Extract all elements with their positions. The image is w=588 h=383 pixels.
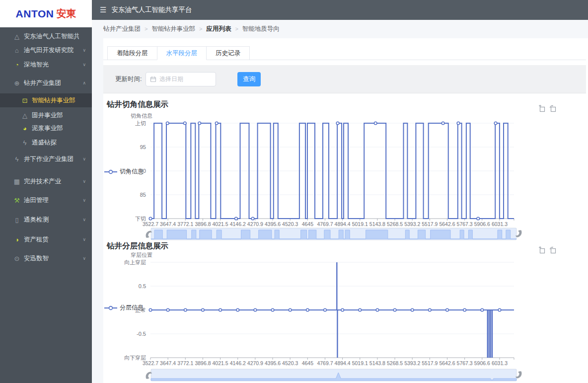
sidebar-item-11[interactable]: ▯通奥检测∨ (0, 213, 92, 227)
data-point-marker (289, 308, 292, 311)
monitor-icon: ⊡ (21, 97, 29, 104)
breadcrumb-item-0[interactable]: 钻井产业集团 (103, 25, 141, 32)
zoom-restore-icon[interactable] (549, 105, 557, 112)
x-axis-label: 4021.5 (213, 360, 228, 366)
x-axis-label: 4146.2 (230, 360, 246, 366)
data-point-marker (198, 122, 201, 125)
x-axis-label: 5393.2 (404, 221, 420, 227)
query-button[interactable]: 查询 (237, 72, 261, 86)
x-axis-label: 5767.3 (457, 221, 473, 227)
data-point-marker (324, 308, 327, 311)
logo-cn-text: 安東 (56, 7, 76, 20)
chart2-canvas[interactable]: 向上穿层0.5正常-0.5向下穿层穿层位置3522.73647.43772.13… (99, 251, 571, 370)
tab-1[interactable]: 水平段分层 (157, 46, 207, 60)
calendar-icon (150, 76, 156, 82)
x-axis-label: 3647.4 (160, 360, 176, 366)
sidebar-item-10[interactable]: ⚒油田管理∨ (0, 193, 92, 207)
filter-label: 更新时间: (115, 65, 142, 93)
x-axis-label: 4395.6 (265, 221, 281, 227)
x-axis-label: 3896.8 (195, 360, 211, 366)
data-point-marker (463, 308, 466, 311)
x-axis-label: 4894.4 (335, 221, 351, 227)
data-point-marker (429, 308, 432, 311)
lightning-icon: ϟ (21, 139, 29, 147)
sidebar-item-label: 泥浆事业部 (32, 124, 79, 133)
slider-selected-range[interactable] (151, 369, 516, 381)
x-axis-label: 5019.1 (352, 360, 368, 366)
sidebar-item-5[interactable]: △固井事业部 (0, 108, 92, 122)
x-axis-label: 3522.7 (143, 221, 158, 227)
y-axis-label: 向上穿层 (124, 259, 146, 265)
x-axis-label: 5906.6 (474, 360, 490, 366)
chart2-title: 钻井分层信息展示 (107, 241, 168, 251)
y-axis-label: 95 (140, 144, 146, 150)
app-title: 安东油气人工智能共享平台 (111, 5, 192, 14)
breadcrumb-item-2[interactable]: 应用列表 (206, 25, 231, 32)
data-point-marker (251, 217, 254, 220)
y-axis-label: 90 (140, 168, 146, 174)
y-axis-name: 穿层位置 (131, 252, 152, 258)
breadcrumb-item-3: 智能地质导向 (242, 25, 280, 32)
sidebar-item-13[interactable]: ⊙安迅数智∨ (0, 251, 92, 265)
slider-selected-range[interactable] (151, 228, 516, 240)
institute-icon: ⌂ (13, 47, 21, 54)
x-axis-label: 5268.5 (387, 360, 403, 366)
globe-icon: ⊕ (13, 79, 21, 87)
sidebar-item-label: 油田管理 (24, 196, 79, 205)
x-axis-label: 4894.4 (335, 360, 351, 366)
lightning-icon: ϟ (13, 155, 21, 163)
sidebar-item-7[interactable]: ϟ通盛钻探 (0, 136, 92, 150)
date-picker-input[interactable]: 选择日期 (146, 72, 216, 86)
y-axis-label: 0.5 (139, 283, 146, 289)
data-point-marker (184, 308, 187, 311)
chevron-up-icon: ∧ (82, 80, 86, 85)
sidebar-item-1[interactable]: ⌂油气田开发研究院∨ (0, 43, 92, 57)
chevron-down-icon: ∨ (82, 62, 86, 67)
data-point-marker (441, 122, 444, 125)
sidebar-item-12[interactable]: ◑资产租赁∨ (0, 232, 92, 246)
sidebar-item-label: 深地智光 (24, 61, 79, 69)
data-point-marker (376, 308, 379, 311)
sidebar-item-6[interactable]: ◕泥浆事业部 (0, 121, 92, 135)
x-axis-label: 5906.6 (474, 221, 490, 227)
tab-0[interactable]: 着陆段分层 (107, 46, 157, 60)
logo-anton-text: ANTON (16, 8, 54, 20)
chart2-datazoom-slider[interactable] (147, 369, 520, 382)
box-zoom-icon[interactable] (538, 105, 546, 112)
data-point-marker (254, 308, 257, 311)
sidebar-item-3[interactable]: ⊕钻井产业集团∧ (0, 76, 92, 90)
data-point-marker (374, 122, 377, 125)
sidebar-item-9[interactable]: ▦完井技术产业∨ (0, 174, 92, 188)
x-axis-label: 5143.8 (369, 221, 385, 227)
chevron-down-icon: ∨ (82, 237, 86, 242)
x-axis-label: 5642.6 (439, 221, 455, 227)
deep-light-icon: ◔ (13, 61, 21, 69)
x-axis-label: 3772.1 (177, 221, 193, 227)
chevron-down-icon: ∨ (82, 156, 86, 161)
x-axis-label: 3896.8 (195, 221, 211, 227)
data-point-marker (494, 122, 497, 125)
data-point-marker (215, 122, 218, 125)
chart1-datazoom-slider[interactable] (147, 228, 520, 240)
chart1-canvas[interactable]: 上切959085下切切角信息3522.73647.43772.13896.840… (99, 112, 571, 231)
sidebar-item-0[interactable]: △安东油气人工智能共享平台 (0, 29, 92, 43)
y-axis-label: 正常 (135, 307, 146, 313)
chevron-down-icon: ∨ (82, 48, 86, 53)
hamburger-icon[interactable]: ☰ (100, 5, 106, 14)
breadcrumb-item-1[interactable]: 智能钻井事业部 (151, 25, 195, 32)
x-axis-label: 3772.1 (177, 360, 193, 366)
tab-2[interactable]: 历史记录 (206, 46, 250, 60)
chevron-down-icon: ∨ (82, 217, 86, 222)
data-point-marker (183, 122, 186, 125)
breadcrumb: 钻井产业集团>智能钻井事业部>应用列表>智能地质导向 (103, 20, 280, 38)
x-axis-label: 4645 (302, 221, 314, 227)
sidebar-item-label: 通奥检测 (24, 216, 79, 224)
chart-icon: ▦ (13, 178, 21, 185)
x-axis-label: 5642.6 (439, 360, 455, 366)
sidebar-item-2[interactable]: ◔深地智光∨ (0, 58, 92, 72)
sidebar-item-4[interactable]: ⊡智能钻井事业部 (0, 93, 92, 107)
data-point-marker (149, 308, 152, 311)
sidebar: ANTON 安東 △安东油气人工智能共享平台⌂油气田开发研究院∨◔深地智光∨⊕钻… (0, 0, 92, 383)
sidebar-item-8[interactable]: ϟ井下作业产业集团∨ (0, 152, 92, 166)
logo[interactable]: ANTON 安東 (0, 0, 92, 27)
